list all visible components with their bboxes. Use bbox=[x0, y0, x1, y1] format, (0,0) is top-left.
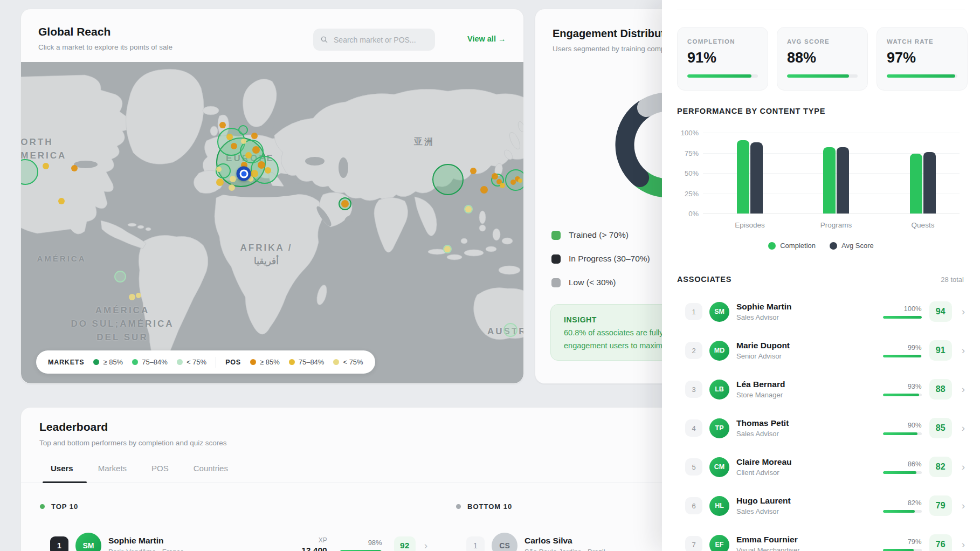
bar-episodes-avg-score bbox=[750, 142, 763, 213]
progress-track bbox=[883, 471, 922, 474]
legend-item: 75–84% bbox=[289, 358, 325, 366]
chevron-right-icon[interactable]: › bbox=[962, 306, 965, 318]
market-circle[interactable] bbox=[238, 125, 248, 135]
pos-dot[interactable] bbox=[444, 246, 451, 252]
avatar: EF bbox=[709, 535, 729, 551]
gridline bbox=[703, 213, 960, 214]
tab-countries[interactable]: Countries bbox=[194, 464, 228, 473]
pos-dot[interactable] bbox=[341, 200, 349, 208]
rank-badge: 1 bbox=[685, 303, 702, 320]
market-search[interactable] bbox=[313, 29, 435, 51]
map-region-label: AMÉRICA DO SUL;AMÉRICA DEL SUR bbox=[71, 304, 174, 344]
legend-dot bbox=[333, 359, 339, 365]
selected-marker-ring bbox=[239, 169, 248, 178]
pos-dot[interactable] bbox=[470, 168, 477, 174]
x-tick-label: Quests bbox=[912, 221, 935, 229]
completion-legend-dot bbox=[768, 242, 776, 250]
stat-track bbox=[787, 74, 858, 78]
progress-track bbox=[883, 394, 922, 396]
pos-dot[interactable] bbox=[518, 178, 522, 183]
pos-dot[interactable] bbox=[500, 183, 505, 188]
pos-dot[interactable] bbox=[265, 167, 271, 174]
bar-chart-legend: Completion Avg Score bbox=[677, 242, 965, 250]
pos-dot[interactable] bbox=[465, 206, 472, 212]
pos-dot[interactable] bbox=[258, 161, 265, 169]
pos-dot[interactable] bbox=[252, 146, 260, 154]
associate-row[interactable]: 6 HL Hugo Laurent Sales Advisor 82% 79 › bbox=[677, 486, 965, 525]
associate-row[interactable]: 3 LB Léa Bernard Store Manager 93% 88 › bbox=[677, 370, 965, 409]
stat-label: AVG SCORE bbox=[787, 38, 858, 45]
selected-marker[interactable] bbox=[237, 167, 251, 181]
legend-dot bbox=[93, 359, 99, 365]
pos-dot[interactable] bbox=[241, 139, 246, 144]
pos-dot[interactable] bbox=[43, 163, 49, 169]
pos-dot[interactable] bbox=[136, 293, 141, 298]
legend-dot bbox=[289, 359, 295, 365]
global-reach-subtitle: Click a market to explore its points of … bbox=[38, 43, 172, 51]
pos-dot[interactable] bbox=[231, 143, 237, 149]
pos-dot[interactable] bbox=[251, 133, 258, 139]
tab-pos[interactable]: POS bbox=[151, 464, 169, 473]
completion-pct: 82% bbox=[883, 499, 922, 507]
chevron-right-icon[interactable]: › bbox=[962, 422, 965, 434]
avatar: SM bbox=[75, 533, 101, 551]
market-circle[interactable] bbox=[432, 164, 464, 195]
associate-row[interactable]: 5 CM Claire Moreau Client Advisor 86% 82… bbox=[677, 447, 965, 486]
chevron-right-icon[interactable]: › bbox=[962, 383, 965, 395]
pos-dot[interactable] bbox=[226, 134, 233, 140]
avatar: CM bbox=[709, 457, 729, 477]
search-icon bbox=[321, 36, 328, 44]
associate-row[interactable]: 1 SM Sophie Martin Sales Advisor 100% 94… bbox=[677, 292, 965, 331]
view-all-link[interactable]: View all → bbox=[467, 35, 506, 43]
top10-row[interactable]: 1 SM Sophie Martin Paris Vendôme · Franc… bbox=[39, 526, 427, 551]
chevron-right-icon[interactable]: › bbox=[962, 500, 965, 512]
x-tick-label: Episodes bbox=[735, 221, 765, 229]
tab-users[interactable]: Users bbox=[51, 464, 73, 473]
avatar: SM bbox=[709, 302, 729, 322]
associate-row[interactable]: 7 EF Emma Fournier Visual Merchandiser 7… bbox=[677, 525, 965, 551]
global-reach-title: Global Reach bbox=[38, 25, 111, 38]
completion-pct: 100% bbox=[883, 305, 922, 313]
legend-swatch bbox=[551, 231, 561, 240]
bar-quests-avg-score bbox=[923, 152, 936, 213]
bar-quests-completion bbox=[910, 154, 922, 213]
chevron-right-icon[interactable]: › bbox=[424, 540, 427, 551]
pos-dot[interactable] bbox=[129, 294, 135, 300]
completion-pct: 79% bbox=[883, 538, 922, 546]
pos-dot[interactable] bbox=[492, 173, 498, 180]
chevron-right-icon[interactable]: › bbox=[962, 345, 965, 356]
world-map[interactable]: NORTH AMERICAEUROPE亚洲AFRIKA / أفريقياAMÉ… bbox=[21, 62, 523, 383]
y-tick-label: 25% bbox=[677, 190, 699, 198]
leaderboard-tabs: UsersMarketsPOSCountries bbox=[51, 464, 228, 473]
market-circle[interactable] bbox=[114, 271, 126, 283]
bottom10-header: BOTTOM 10 bbox=[456, 502, 512, 511]
legend-item: < 75% bbox=[177, 358, 206, 366]
pos-dot[interactable] bbox=[216, 178, 224, 186]
stat-fill bbox=[787, 74, 849, 78]
pos-dot[interactable] bbox=[219, 122, 226, 128]
tab-divider bbox=[21, 483, 762, 483]
bottom10-label: BOTTOM 10 bbox=[467, 502, 512, 511]
pos-dot[interactable] bbox=[71, 165, 78, 171]
associate-row[interactable]: 4 TP Thomas Petit Sales Advisor 90% 85 › bbox=[677, 409, 965, 447]
score-badge: 94 bbox=[929, 301, 952, 322]
engagement-legend-item: Trained (> 70%) bbox=[551, 230, 650, 240]
pos-dot[interactable] bbox=[230, 176, 236, 182]
chevron-right-icon[interactable]: › bbox=[962, 539, 965, 550]
chevron-right-icon[interactable]: › bbox=[962, 461, 965, 473]
map-legend: MARKETS≥ 85%75–84%< 75%POS≥ 85%75–84%< 7… bbox=[36, 350, 375, 374]
progress-fill bbox=[883, 432, 918, 435]
associate-name: Sophie Martin bbox=[736, 302, 791, 312]
tab-markets[interactable]: Markets bbox=[98, 464, 127, 473]
market-circle[interactable] bbox=[503, 323, 517, 337]
pos-dot[interactable] bbox=[245, 152, 252, 159]
pos-dot[interactable] bbox=[480, 186, 488, 194]
search-input[interactable] bbox=[333, 35, 427, 45]
progress-fill bbox=[883, 316, 922, 319]
associate-row[interactable]: 2 MD Marie Dupont Senior Advisor 99% 91 … bbox=[677, 331, 965, 370]
stat-label: WATCH RATE bbox=[887, 38, 957, 45]
completion-pct: 99% bbox=[883, 343, 922, 352]
pos-dot[interactable] bbox=[58, 198, 65, 204]
pos-dot[interactable] bbox=[229, 184, 235, 191]
pos-dot[interactable] bbox=[216, 167, 222, 172]
